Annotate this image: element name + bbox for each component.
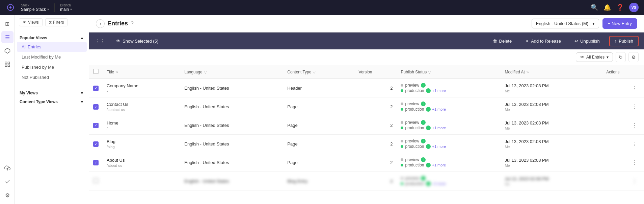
more-status-link[interactable]: +1 more [432, 163, 446, 167]
sidebar-icon-layers[interactable] [1, 58, 14, 70]
content-type-filter-icon[interactable]: ▽ [313, 70, 316, 74]
search-icon[interactable]: 🔍 [591, 4, 598, 11]
show-selected-button[interactable]: 👁 Show Selected (5) [112, 37, 162, 46]
stack-info[interactable]: Stack Sample Stack ▾ [21, 3, 49, 12]
select-all-header[interactable] [89, 65, 103, 79]
sidebar-item-not-published[interactable]: Not Published [17, 72, 87, 82]
publish-button[interactable]: ↑ Publish [609, 36, 639, 46]
content-type-cell: Header [283, 79, 354, 97]
sidebar-icon-list[interactable]: ☰ [1, 31, 14, 43]
entry-title[interactable]: Home [107, 120, 176, 126]
sidebar-icon-settings[interactable]: ⚙ [1, 189, 14, 201]
actions-cell[interactable]: ⋮ [602, 97, 644, 116]
production-info-icon[interactable]: i [426, 107, 431, 112]
language-filter-icon[interactable]: ▽ [204, 70, 207, 74]
sidebar-item-last-modified[interactable]: Last Modified by Me [17, 52, 87, 62]
filters-button[interactable]: ⧖ Filters [45, 18, 68, 26]
publish-status-filter-icon[interactable]: ▽ [428, 70, 431, 74]
title-sort-icon[interactable]: ⇅ [115, 70, 118, 74]
language-selector[interactable]: English - United States (M) ▾ [532, 19, 599, 28]
help-icon[interactable]: ❓ [616, 4, 624, 11]
entry-title[interactable]: About Us [107, 158, 176, 163]
row-checkbox[interactable] [93, 160, 99, 165]
more-status-link[interactable]: +1 more [432, 126, 446, 130]
more-status-link[interactable]: +1 more [432, 107, 446, 111]
row-actions-menu[interactable]: ⋮ [629, 177, 640, 185]
views-button[interactable]: 👁 Views [19, 18, 43, 26]
row-actions-menu[interactable]: ⋮ [629, 103, 640, 111]
more-status-link[interactable]: +2 more [432, 182, 446, 186]
production-info-icon[interactable]: i [426, 126, 431, 130]
user-avatar[interactable]: VS [629, 3, 639, 12]
content-type-views-header[interactable]: Content Type Views ▼ [15, 97, 89, 106]
modified-date: Jul 13, 2023 02:08 PM [505, 139, 598, 144]
delete-button[interactable]: 🗑 Delete [489, 37, 516, 46]
bell-icon[interactable]: 🔔 [603, 4, 611, 11]
production-info-icon[interactable]: i [426, 88, 431, 93]
row-actions-menu[interactable]: ⋮ [629, 140, 640, 148]
my-views-header[interactable]: My Views ▼ [15, 88, 89, 97]
row-checkbox[interactable] [93, 178, 99, 183]
production-info-icon[interactable]: i [426, 163, 431, 167]
modified-sort-icon[interactable]: ⇅ [526, 70, 529, 74]
help-circle-icon[interactable]: ? [131, 21, 134, 27]
row-actions-menu[interactable]: ⋮ [629, 121, 640, 130]
preview-info-icon[interactable]: i [421, 176, 426, 181]
all-entries-filter-button[interactable]: 👁 All Entries ▾ [576, 52, 613, 62]
branch-info[interactable]: Branch main ▾ [54, 3, 72, 12]
popular-views-header[interactable]: Popular Views ▲ [15, 33, 89, 42]
row-checkbox-cell[interactable] [89, 116, 103, 135]
row-checkbox[interactable] [93, 104, 99, 110]
sidebar-item-published-by-me[interactable]: Published by Me [17, 62, 87, 72]
preview-label: preview [405, 157, 419, 162]
preview-info-icon[interactable]: i [421, 157, 426, 162]
row-checkbox-cell[interactable] [89, 97, 103, 116]
production-info-icon[interactable]: i [426, 144, 431, 149]
actions-cell[interactable]: ⋮ [602, 172, 644, 190]
row-actions-menu[interactable]: ⋮ [629, 158, 640, 167]
sidebar-item-all-entries[interactable]: All Entries [17, 42, 87, 52]
preview-info-icon[interactable]: i [421, 139, 426, 143]
preview-info-icon[interactable]: i [421, 120, 426, 125]
more-status-link[interactable]: +1 more [432, 144, 446, 149]
row-checkbox-cell[interactable] [89, 79, 103, 97]
row-checkbox-cell[interactable] [89, 172, 103, 190]
unpublish-button[interactable]: ↩ Unpublish [570, 37, 604, 46]
actions-cell[interactable]: ⋮ [602, 116, 644, 135]
svg-marker-1 [5, 48, 10, 53]
row-checkbox-cell[interactable] [89, 135, 103, 153]
select-all-checkbox[interactable] [93, 69, 99, 74]
actions-cell[interactable]: ⋮ [602, 153, 644, 172]
sidebar-icon-graph[interactable] [1, 45, 14, 57]
table-settings-button[interactable]: ⚙ [628, 52, 639, 62]
modified-date: Jul 13, 2023 02:08 PM [505, 120, 598, 126]
preview-info-icon[interactable]: i [421, 101, 426, 106]
back-button[interactable]: ‹ [96, 19, 105, 28]
sidebar-icon-check[interactable] [1, 176, 14, 188]
sidebar-icon-grid[interactable]: ⊞ [1, 18, 14, 30]
modified-by: Me [505, 163, 598, 167]
action-bar: ⋮⋮ 👁 Show Selected (5) 🗑 Delete ✦ Add to… [89, 32, 644, 49]
row-actions-menu[interactable]: ⋮ [629, 84, 640, 92]
more-status-link[interactable]: +1 more [432, 89, 446, 93]
content-type-cell: Page [283, 153, 354, 172]
refresh-button[interactable]: ↻ [616, 52, 626, 62]
actions-cell[interactable]: ⋮ [602, 79, 644, 97]
sidebar-icon-upload[interactable] [1, 162, 14, 174]
language-cell: English - United States [180, 79, 283, 97]
add-to-release-button[interactable]: ✦ Add to Release [521, 37, 565, 46]
production-info-icon[interactable]: i [426, 181, 431, 186]
preview-info-icon[interactable]: i [421, 83, 426, 88]
row-checkbox[interactable] [93, 141, 99, 147]
new-entry-button[interactable]: + New Entry [602, 18, 637, 29]
row-checkbox[interactable] [93, 86, 99, 91]
entry-title[interactable]: Company Name [107, 83, 176, 88]
table-row: Contact Us /contact-us English - United … [89, 97, 644, 116]
modified-at-cell: Jul 13, 2023 02:08 PM Me [501, 97, 602, 116]
row-checkbox[interactable] [93, 123, 99, 128]
lang-chevron-icon: ▾ [592, 21, 595, 26]
entry-title[interactable]: Contact Us [107, 102, 176, 107]
row-checkbox-cell[interactable] [89, 153, 103, 172]
actions-cell[interactable]: ⋮ [602, 135, 644, 153]
entry-title[interactable]: Blog [107, 139, 176, 144]
